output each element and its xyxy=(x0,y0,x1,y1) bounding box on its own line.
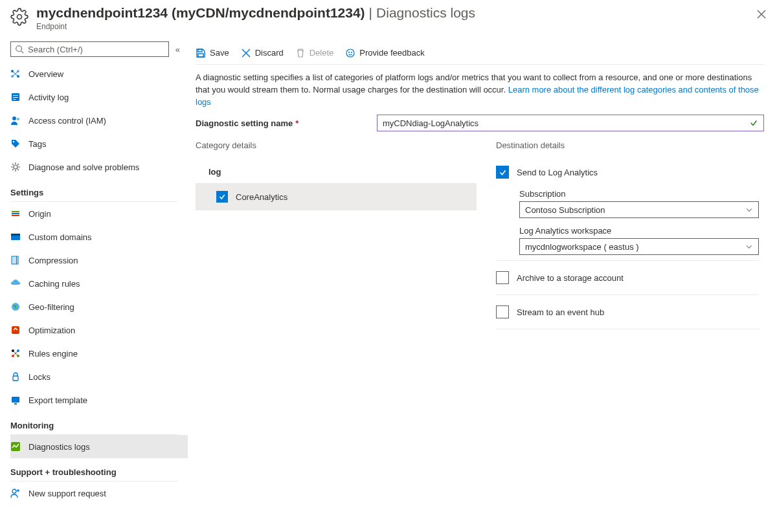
delete-label: Delete xyxy=(310,48,334,58)
activity-icon xyxy=(10,92,21,102)
sidebar-item-label: Caching rules xyxy=(28,279,80,289)
sidebar-item-label: Rules engine xyxy=(28,349,78,359)
sidebar-item-label: Diagnose and solve problems xyxy=(28,162,139,172)
sidebar-item-label: Geo-filtering xyxy=(28,302,74,312)
collapse-sidebar-icon[interactable]: « xyxy=(175,45,180,54)
sidebar-item-tags[interactable]: Tags xyxy=(10,132,188,155)
archive-storage-checkbox[interactable] xyxy=(496,271,509,284)
svg-rect-40 xyxy=(198,54,203,57)
domain-icon xyxy=(10,232,21,242)
diagnose-icon xyxy=(10,162,21,172)
sidebar-item-overview[interactable]: Overview xyxy=(10,62,188,85)
svg-rect-23 xyxy=(11,234,20,236)
sidebar-item-label: Diagnostics logs xyxy=(28,442,90,452)
category-title: Category details xyxy=(196,140,477,150)
svg-rect-12 xyxy=(13,95,18,96)
log-item-label: CoreAnalytics xyxy=(236,192,287,202)
feedback-button[interactable]: Provide feedback xyxy=(345,48,424,58)
discard-label: Discard xyxy=(255,48,284,58)
svg-rect-19 xyxy=(12,211,19,212)
svg-rect-20 xyxy=(12,213,19,214)
svg-point-0 xyxy=(17,15,22,19)
coreanalytics-checkbox[interactable] xyxy=(216,191,228,203)
delete-button: Delete xyxy=(295,48,334,58)
svg-point-38 xyxy=(12,489,16,493)
workspace-label: Log Analytics workspace xyxy=(519,226,759,236)
close-icon[interactable] xyxy=(756,9,767,19)
discard-button[interactable]: Discard xyxy=(241,48,284,58)
svg-rect-39 xyxy=(198,49,202,52)
delete-icon xyxy=(295,48,306,58)
subscription-value: Contoso Subscription xyxy=(525,205,605,215)
feedback-icon xyxy=(345,48,355,58)
save-label: Save xyxy=(210,48,229,58)
opt-icon xyxy=(10,325,21,335)
sidebar-item-caching-rules[interactable]: Caching rules xyxy=(10,272,188,295)
svg-point-43 xyxy=(346,49,354,57)
sidebar-item-rules-engine[interactable]: Rules engine xyxy=(10,342,188,365)
sidebar-item-origin[interactable]: Origin xyxy=(10,202,188,225)
chevron-down-icon xyxy=(745,206,753,214)
svg-rect-35 xyxy=(12,397,19,403)
svg-rect-25 xyxy=(16,256,17,264)
validation-check-icon xyxy=(749,118,758,127)
origin-icon xyxy=(10,208,21,219)
sidebar-item-custom-domains[interactable]: Custom domains xyxy=(10,225,188,249)
section-monitoring: Monitoring xyxy=(10,421,188,430)
svg-rect-27 xyxy=(12,326,19,334)
log-header: log xyxy=(196,161,477,183)
sidebar-item-diagnostics-logs[interactable]: Diagnostics logs xyxy=(10,435,188,458)
sidebar-item-optimization[interactable]: Optimization xyxy=(10,318,188,342)
svg-rect-34 xyxy=(13,376,18,381)
sidebar-item-locks[interactable]: Locks xyxy=(10,365,188,388)
compress-icon xyxy=(10,255,21,265)
sidebar-item-geo-filtering[interactable]: Geo-filtering xyxy=(10,295,188,318)
setting-name-label: Diagnostic setting name* xyxy=(196,118,377,128)
sidebar-item-diagnose-and-solve-problems[interactable]: Diagnose and solve problems xyxy=(10,155,188,179)
svg-point-17 xyxy=(13,141,14,142)
sidebar-item-access-control-iam-[interactable]: Access control (IAM) xyxy=(10,109,188,132)
lock-icon xyxy=(10,371,21,382)
sidebar-item-activity-log[interactable]: Activity log xyxy=(10,85,188,109)
discard-icon xyxy=(241,48,251,58)
svg-point-18 xyxy=(14,165,17,169)
sidebar-item-export-template[interactable]: Export template xyxy=(10,388,188,412)
svg-rect-24 xyxy=(12,256,18,264)
sidebar-item-label: Tags xyxy=(28,139,46,149)
setting-name-input[interactable]: myCDNdiag-LogAnalytics xyxy=(377,115,764,131)
sidebar-item-label: Export template xyxy=(28,395,87,405)
subscription-select[interactable]: Contoso Subscription xyxy=(519,201,759,218)
save-button[interactable]: Save xyxy=(196,48,229,58)
sidebar-item-label: Overview xyxy=(28,69,63,79)
sidebar-item-label: New support request xyxy=(28,489,106,498)
chevron-down-icon xyxy=(745,243,753,250)
tag-icon xyxy=(10,139,21,149)
workspace-value: mycdnlogworkspace ( eastus ) xyxy=(525,242,639,252)
resource-type: Endpoint xyxy=(36,22,756,31)
svg-point-16 xyxy=(17,118,19,120)
stream-eventhub-label: Stream to an event hub xyxy=(517,307,604,317)
resource-name: mycdnendpoint1234 (myCDN/mycdnendpoint12… xyxy=(36,5,365,21)
sidebar-item-label: Origin xyxy=(28,209,51,219)
support-icon xyxy=(10,488,21,498)
subscription-label: Subscription xyxy=(519,189,759,199)
send-log-analytics-label: Send to Log Analytics xyxy=(517,168,598,177)
archive-storage-label: Archive to a storage account xyxy=(517,273,624,283)
section-settings: Settings xyxy=(10,188,188,197)
svg-line-4 xyxy=(21,51,24,54)
sidebar-item-label: Access control (IAM) xyxy=(28,116,106,126)
stream-eventhub-checkbox[interactable] xyxy=(496,305,509,318)
sidebar-item-new-support-request[interactable]: New support request xyxy=(10,482,188,505)
sidebar-item-compression[interactable]: Compression xyxy=(10,249,188,272)
sidebar-item-label: Locks xyxy=(28,372,51,382)
cache-icon xyxy=(10,278,21,289)
workspace-select[interactable]: mycdnlogworkspace ( eastus ) xyxy=(519,238,759,255)
access-icon xyxy=(10,115,21,126)
send-log-analytics-checkbox[interactable] xyxy=(496,166,509,179)
sidebar-item-label: Optimization xyxy=(28,326,75,335)
log-item-row[interactable]: CoreAnalytics xyxy=(196,183,477,210)
destination-title: Destination details xyxy=(496,140,759,150)
search-input[interactable]: Search (Ctrl+/) xyxy=(10,41,169,57)
overview-icon xyxy=(10,69,21,79)
svg-point-3 xyxy=(16,46,22,52)
